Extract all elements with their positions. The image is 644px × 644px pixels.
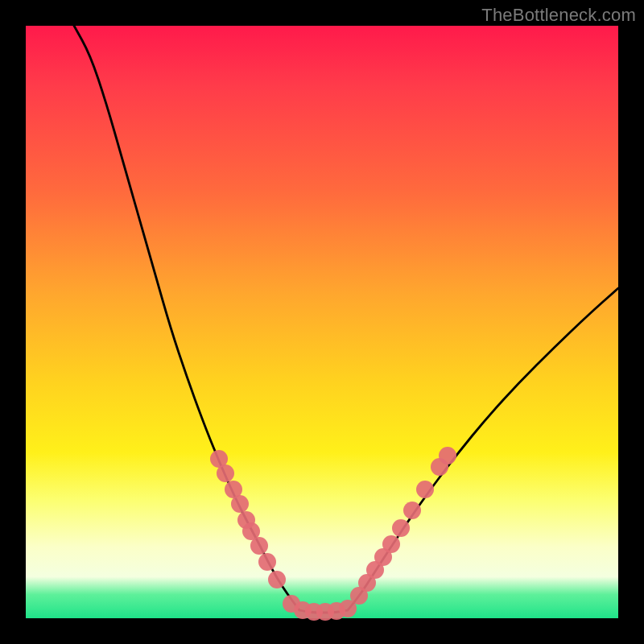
watermark-text: TheBottleneck.com — [481, 5, 636, 26]
curve-lines — [74, 26, 618, 613]
marker-right-cluster — [382, 535, 400, 553]
marker-left-cluster — [217, 464, 234, 482]
series-left-branch — [74, 26, 299, 610]
plot-area — [26, 26, 618, 618]
marker-right-cluster — [439, 447, 456, 464]
data-markers — [210, 447, 456, 621]
marker-left-cluster — [231, 495, 249, 513]
marker-right-cluster — [416, 481, 434, 498]
marker-right-cluster — [403, 502, 421, 519]
marker-right-cluster — [392, 519, 410, 537]
chart-svg — [26, 26, 618, 618]
outer-frame: TheBottleneck.com — [0, 0, 644, 644]
marker-left-cluster — [258, 553, 276, 571]
marker-left-cluster — [250, 537, 268, 555]
marker-left-cluster — [268, 571, 286, 588]
